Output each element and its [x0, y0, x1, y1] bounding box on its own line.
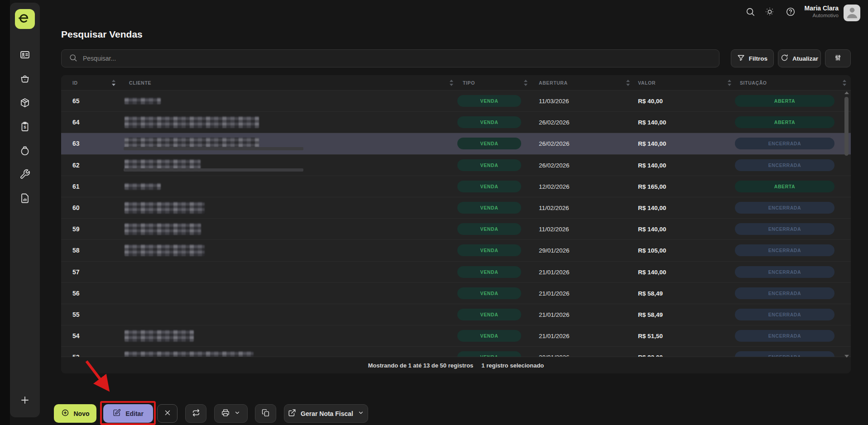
- cell-valor: R$ 140,00: [638, 268, 666, 275]
- cell-abertura: 21/01/2026: [539, 290, 570, 296]
- cell-cliente-censored: [125, 330, 194, 342]
- sidebar-item-servicos[interactable]: [19, 169, 30, 180]
- sidebar-item-faturamento[interactable]: $: [19, 121, 30, 132]
- table-row[interactable]: 57VENDA21/01/2026R$ 140,00ENCERRADA: [61, 262, 851, 283]
- cell-valor: R$ 58,49: [638, 290, 663, 296]
- sort-icon-id[interactable]: [112, 79, 116, 86]
- chevron-down-icon: [234, 410, 240, 417]
- table-row[interactable]: 65VENDA11/03/2026R$ 40,00ABERTA: [61, 91, 851, 112]
- table-row[interactable]: 60VENDA11/02/2026R$ 140,00ENCERRADA: [61, 197, 851, 219]
- repeat-button[interactable]: [185, 404, 206, 423]
- situacao-badge: ABERTA: [735, 95, 834, 107]
- table-row[interactable]: 56VENDA21/01/2026R$ 58,49ENCERRADA: [61, 283, 851, 304]
- sidebar-item-clientes[interactable]: [19, 49, 30, 60]
- sidebar-item-relatorios[interactable]: [19, 193, 30, 204]
- table-row[interactable]: 54VENDA21/01/2026R$ 51,50ENCERRADA: [61, 325, 851, 347]
- situacao-badge: ENCERRADA: [735, 202, 834, 214]
- cancel-button[interactable]: [157, 404, 177, 423]
- cell-valor: R$ 140,00: [638, 140, 666, 147]
- sort-icon-valor[interactable]: [728, 79, 732, 86]
- col-header-abertura[interactable]: ABERTURA: [539, 75, 568, 91]
- col-header-tipo[interactable]: TIPO: [463, 75, 475, 91]
- sliders-icon: [834, 54, 842, 63]
- situacao-badge: ENCERRADA: [735, 159, 834, 171]
- external-link-icon: [288, 409, 296, 418]
- novo-button[interactable]: Novo: [54, 404, 96, 423]
- cell-valor: R$ 40,00: [638, 98, 663, 105]
- close-icon: [163, 409, 172, 418]
- cell-id: 57: [72, 268, 80, 276]
- sidebar-add-button[interactable]: [19, 395, 30, 406]
- sidebar-item-vendas[interactable]: [19, 73, 30, 84]
- situacao-badge: ENCERRADA: [735, 351, 834, 357]
- user-role: Automotivo: [805, 12, 839, 19]
- table-row[interactable]: 53VENDA20/01/2026R$ 93,00ENCERRADA: [61, 347, 851, 357]
- sort-icon-situacao[interactable]: [843, 79, 847, 86]
- cell-id: 56: [72, 290, 80, 297]
- printer-icon: [221, 409, 230, 418]
- atualizar-button[interactable]: Atualizar: [778, 49, 821, 67]
- table-body: 65VENDA11/03/2026R$ 40,00ABERTA64VENDA26…: [61, 91, 851, 357]
- help-button[interactable]: [786, 7, 796, 18]
- table-row[interactable]: 63VENDA26/02/2026R$ 140,00ENCERRADA: [61, 133, 851, 154]
- print-button[interactable]: [214, 404, 248, 423]
- scroll-down-icon[interactable]: [844, 355, 849, 358]
- gerar-nota-fiscal-button[interactable]: Gerar Nota Fiscal: [284, 404, 368, 423]
- search-input[interactable]: [83, 55, 626, 62]
- filtros-button[interactable]: Filtros: [731, 49, 774, 67]
- tipo-badge: VENDA: [457, 244, 521, 256]
- editar-button[interactable]: Editar: [103, 404, 153, 423]
- sort-icon-abertura[interactable]: [626, 79, 630, 86]
- svg-text:$: $: [24, 125, 26, 129]
- app-logo[interactable]: [15, 9, 35, 29]
- edit-pencil-icon: [113, 409, 121, 418]
- tipo-badge: VENDA: [457, 330, 521, 342]
- column-settings-button[interactable]: [825, 49, 851, 67]
- cell-abertura: 29/01/2026: [539, 247, 570, 254]
- cell-abertura: 26/02/2026: [539, 140, 570, 147]
- tipo-badge: VENDA: [457, 266, 521, 278]
- sort-icon-cliente[interactable]: [450, 79, 454, 86]
- plus-icon: [19, 395, 30, 406]
- col-header-valor[interactable]: VALOR: [638, 75, 656, 91]
- user-avatar[interactable]: [844, 5, 860, 21]
- table-scrollbar[interactable]: [844, 91, 849, 356]
- cell-id: 53: [72, 353, 80, 357]
- sidebar-item-produtos[interactable]: [19, 97, 30, 108]
- col-header-id[interactable]: ID: [72, 75, 78, 91]
- invoice-clipboard-icon: $: [19, 121, 30, 132]
- copy-button[interactable]: [255, 404, 276, 423]
- cell-valor: R$ 58,49: [638, 311, 663, 318]
- global-search-button[interactable]: [745, 7, 756, 18]
- window-edge: [0, 0, 10, 425]
- table-row[interactable]: 64VENDA26/02/2026R$ 140,00ABERTA: [61, 112, 851, 133]
- search-icon: [62, 53, 83, 64]
- col-header-situacao[interactable]: SITUAÇÃO: [740, 75, 767, 91]
- app-window: $: [0, 0, 868, 425]
- cell-id: 54: [72, 332, 80, 339]
- cell-abertura: 21/01/2026: [539, 268, 570, 275]
- scroll-up-icon[interactable]: [844, 91, 849, 94]
- cell-valor: R$ 140,00: [638, 119, 666, 126]
- avatar-person-icon: [844, 5, 860, 21]
- table-row[interactable]: 62VENDA26/02/2026R$ 140,00ENCERRADA: [61, 155, 851, 176]
- table-row[interactable]: 59VENDA11/02/2026R$ 140,00ENCERRADA: [61, 219, 851, 240]
- help-icon: [786, 10, 796, 18]
- atualizar-label: Atualizar: [792, 55, 818, 62]
- scrollbar-thumb[interactable]: [844, 97, 849, 156]
- sales-table: ID CLIENTE TIPO ABERTURA VALOR SITUAÇÃO …: [61, 75, 851, 373]
- theme-toggle-button[interactable]: [765, 7, 776, 18]
- cell-cliente-censored: [125, 98, 161, 105]
- sidebar-item-financeiro[interactable]: [19, 145, 30, 156]
- funnel-icon: [737, 54, 745, 63]
- col-header-cliente[interactable]: CLIENTE: [129, 75, 151, 91]
- user-info[interactable]: Maria Clara Automotivo: [805, 5, 839, 19]
- cell-id: 55: [72, 311, 80, 318]
- table-row[interactable]: 58VENDA29/01/2026R$ 105,00ENCERRADA: [61, 240, 851, 261]
- table-row[interactable]: 55VENDA21/01/2026R$ 58,49ENCERRADA: [61, 304, 851, 325]
- table-row[interactable]: 61VENDA12/02/2026R$ 165,00ABERTA: [61, 176, 851, 197]
- sidebar: $: [10, 3, 40, 417]
- cell-abertura: 11/03/2026: [539, 98, 569, 105]
- sort-icon-tipo[interactable]: [524, 79, 528, 86]
- situacao-badge: ENCERRADA: [735, 287, 834, 299]
